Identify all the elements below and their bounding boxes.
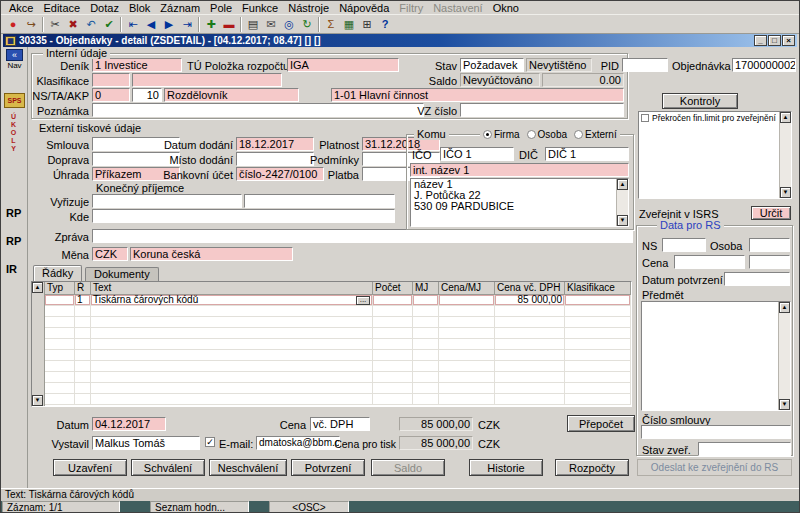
col-pocet[interactable]: Počet (373, 282, 413, 295)
cell-pocet[interactable] (373, 317, 413, 328)
cell-mj[interactable] (413, 350, 439, 361)
cell-mj[interactable] (413, 295, 439, 306)
cell-klasifikace[interactable] (565, 295, 631, 306)
more-icon[interactable]: ... (356, 296, 370, 305)
menu-pole[interactable]: Pole (205, 1, 237, 15)
col-typ[interactable]: Typ (45, 282, 75, 295)
kde-field[interactable] (92, 209, 395, 223)
rs-predmet-scrollbar[interactable]: ▲ ▼ (778, 302, 790, 410)
cell-klasifikace[interactable] (565, 372, 631, 383)
sidebar-item-nav[interactable]: « Nav (3, 49, 26, 70)
rs-predmet-textarea[interactable]: ▲ ▼ (641, 301, 791, 411)
cell-typ[interactable] (45, 328, 75, 339)
cell-cena-dph[interactable] (495, 394, 565, 405)
cell-typ[interactable] (45, 372, 75, 383)
cell-cena-mj[interactable] (439, 383, 495, 394)
table-row[interactable] (45, 394, 631, 405)
cell-mj[interactable] (413, 394, 439, 405)
cell-radek[interactable] (75, 361, 91, 372)
poznamka-field[interactable] (92, 103, 424, 117)
cell-text[interactable] (91, 361, 373, 372)
cell-typ[interactable] (45, 350, 75, 361)
cell-typ[interactable] (45, 295, 75, 306)
bankovni-ucet-field[interactable]: číslo-2427/0100 (236, 167, 324, 181)
klasifikace-field-2[interactable] (132, 73, 282, 87)
kontroly-check-item[interactable]: Překročen fin.limit pro zveřejnění (639, 112, 791, 123)
rs-osoba-field[interactable] (749, 238, 790, 252)
cell-text[interactable] (91, 383, 373, 394)
col-text[interactable]: Text (91, 282, 373, 295)
cell-klasifikace[interactable] (565, 328, 631, 339)
denik-field[interactable]: 1 Investice (92, 58, 182, 72)
table-row[interactable] (45, 383, 631, 394)
cell-text[interactable] (91, 328, 373, 339)
cell-cena-mj[interactable] (439, 350, 495, 361)
kontroly-button[interactable]: Kontroly (662, 93, 738, 109)
col-klasifikace[interactable]: Klasifikace (565, 282, 631, 295)
cell-text[interactable] (91, 339, 373, 350)
tu-field[interactable]: IGA (287, 58, 399, 72)
minimize-button[interactable]: _ (754, 35, 767, 46)
table-row[interactable] (45, 372, 631, 383)
cell-typ[interactable] (45, 339, 75, 350)
scroll-down-icon[interactable]: ▼ (617, 215, 628, 226)
rs-cena-field-2[interactable] (749, 255, 790, 269)
menu-akce[interactable]: Akce (4, 1, 38, 15)
undo-icon[interactable]: ↶ (82, 16, 100, 32)
kontroly-listbox[interactable]: Překročen fin.limit pro zveřejnění ▲ ▼ (638, 111, 792, 199)
rozpocty-button[interactable]: Rozpočty (555, 459, 629, 476)
cell-text[interactable] (91, 372, 373, 383)
cell-typ[interactable] (45, 317, 75, 328)
sidebar-item-ir[interactable]: IR (6, 263, 17, 275)
cell-mj[interactable] (413, 339, 439, 350)
neschvaleni-button[interactable]: Neschválení (209, 459, 287, 476)
table-row[interactable] (45, 306, 631, 317)
cell-klasifikace[interactable] (565, 350, 631, 361)
delete-record-icon[interactable]: ▬ (220, 16, 238, 32)
cell-klasifikace[interactable] (565, 306, 631, 317)
ns-field[interactable]: 0 (92, 88, 130, 102)
menu-blok[interactable]: Blok (124, 1, 155, 15)
scroll-up-icon[interactable]: ▲ (780, 112, 791, 123)
insert-record-icon[interactable]: ✚ (202, 16, 220, 32)
ico-field[interactable]: IČO 1 (440, 147, 514, 161)
cut-icon[interactable]: ✂ (46, 16, 64, 32)
misto-dodani-field[interactable] (236, 152, 314, 166)
cell-cena-mj[interactable] (439, 328, 495, 339)
sidebar-item-rp1[interactable]: RP (6, 207, 21, 219)
mena-code-field[interactable]: CZK (92, 247, 128, 261)
cell-klasifikace[interactable] (565, 339, 631, 350)
cell-pocet[interactable] (373, 328, 413, 339)
scroll-down-icon[interactable]: ▼ (32, 395, 43, 406)
cell-typ[interactable] (45, 361, 75, 372)
cell-pocet[interactable] (373, 372, 413, 383)
scroll-down-icon[interactable]: ▼ (779, 399, 790, 410)
datum-dodani-field[interactable]: 18.12.2017 (236, 137, 314, 151)
cena-mode-field[interactable]: vč. DPH (310, 417, 370, 431)
search-icon[interactable]: ◎ (280, 16, 298, 32)
cell-text[interactable] (91, 317, 373, 328)
ta-field[interactable]: 10 (132, 88, 162, 102)
cell-pocet[interactable] (373, 350, 413, 361)
cell-text[interactable] (91, 306, 373, 317)
scroll-up-icon[interactable]: ▲ (32, 282, 43, 293)
cell-radek[interactable] (75, 339, 91, 350)
cell-pocet[interactable] (373, 383, 413, 394)
menu-napoveda[interactable]: Nápověda (334, 1, 394, 15)
cell-radek[interactable] (75, 328, 91, 339)
cell-cena-dph[interactable]: 85 000,00 (495, 295, 565, 306)
menu-editace[interactable]: Editace (38, 1, 85, 15)
vz-cislo-field[interactable] (460, 103, 624, 117)
menu-zaznam[interactable]: Záznam (155, 1, 205, 15)
radio-externi[interactable]: Externí (574, 129, 617, 140)
potvrzeni-button[interactable]: Potvrzení (291, 459, 365, 476)
col-radek[interactable]: Ř (75, 282, 91, 295)
schvaleni-button[interactable]: Schválení (131, 459, 205, 476)
delete-icon[interactable]: ✖ (64, 16, 82, 32)
kontroly-scrollbar[interactable]: ▲ ▼ (779, 112, 791, 198)
address-scrollbar[interactable]: ▲ ▼ (616, 179, 628, 226)
table-row[interactable] (45, 328, 631, 339)
stav-field[interactable]: Požadavek (460, 58, 524, 72)
cell-text[interactable] (91, 350, 373, 361)
radio-osoba[interactable]: Osoba (527, 129, 567, 140)
